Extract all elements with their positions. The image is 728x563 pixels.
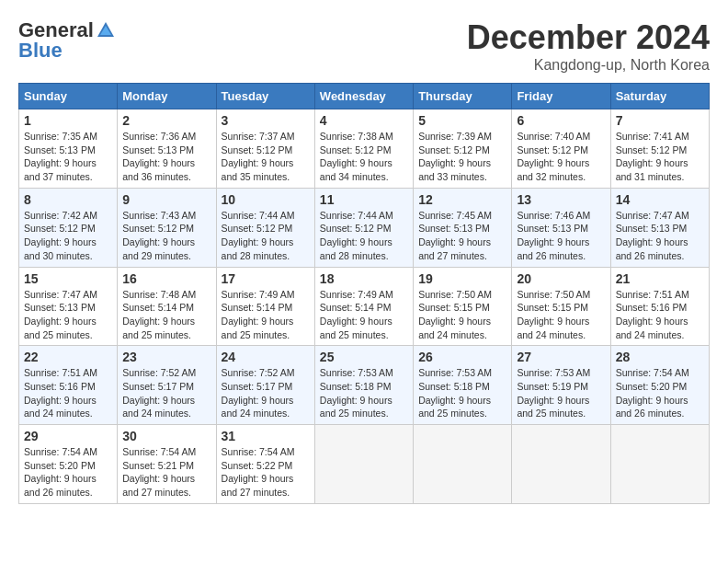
- sunset-label: Sunset: 5:12 PM: [122, 223, 194, 234]
- sunset-label: Sunset: 5:14 PM: [122, 302, 194, 313]
- table-row: [414, 425, 512, 504]
- day-info: Sunrise: 7:50 AM Sunset: 5:15 PM Dayligh…: [517, 288, 605, 342]
- day-number: 1: [24, 113, 112, 128]
- sunset-label: Sunset: 5:13 PM: [517, 223, 588, 234]
- day-number: 7: [616, 113, 704, 128]
- sunrise-label: Sunrise: 7:47 AM: [616, 210, 689, 221]
- day-info: Sunrise: 7:38 AM Sunset: 5:12 PM Dayligh…: [320, 130, 408, 184]
- sunset-label: Sunset: 5:14 PM: [222, 302, 293, 313]
- col-tuesday: Tuesday: [216, 84, 314, 109]
- sunrise-label: Sunrise: 7:54 AM: [222, 446, 295, 457]
- table-row: 13 Sunrise: 7:46 AM Sunset: 5:13 PM Dayl…: [512, 188, 610, 267]
- table-row: 20 Sunrise: 7:50 AM Sunset: 5:15 PM Dayl…: [512, 267, 610, 346]
- day-number: 6: [517, 113, 605, 128]
- sunset-label: Sunset: 5:14 PM: [320, 302, 392, 313]
- day-number: 19: [418, 271, 506, 286]
- daylight-label: Daylight: 9 hoursand 26 minutes.: [616, 395, 688, 419]
- sunrise-label: Sunrise: 7:52 AM: [122, 367, 196, 378]
- sunset-label: Sunset: 5:13 PM: [616, 223, 688, 234]
- daylight-label: Daylight: 9 hoursand 30 minutes.: [24, 236, 97, 261]
- table-row: 23 Sunrise: 7:52 AM Sunset: 5:17 PM Dayl…: [118, 346, 216, 425]
- sunrise-label: Sunrise: 7:48 AM: [122, 289, 196, 300]
- day-number: 14: [616, 192, 704, 207]
- daylight-label: Daylight: 9 hoursand 25 minutes.: [122, 316, 195, 340]
- col-sunday: Sunday: [19, 84, 118, 109]
- daylight-label: Daylight: 9 hoursand 25 minutes.: [517, 395, 589, 419]
- col-wednesday: Wednesday: [314, 84, 413, 109]
- sunrise-label: Sunrise: 7:49 AM: [320, 289, 393, 300]
- table-row: 21 Sunrise: 7:51 AM Sunset: 5:16 PM Dayl…: [610, 267, 709, 346]
- sunrise-label: Sunrise: 7:46 AM: [517, 210, 590, 221]
- table-row: 22 Sunrise: 7:51 AM Sunset: 5:16 PM Dayl…: [19, 346, 118, 425]
- day-number: 30: [122, 429, 210, 443]
- day-number: 28: [616, 350, 704, 364]
- daylight-label: Daylight: 9 hoursand 34 minutes.: [320, 157, 392, 182]
- day-number: 10: [222, 192, 310, 207]
- day-info: Sunrise: 7:37 AM Sunset: 5:12 PM Dayligh…: [222, 130, 310, 184]
- table-row: 25 Sunrise: 7:53 AM Sunset: 5:18 PM Dayl…: [314, 346, 413, 425]
- sunset-label: Sunset: 5:15 PM: [517, 302, 588, 313]
- calendar-week-row: 22 Sunrise: 7:51 AM Sunset: 5:16 PM Dayl…: [19, 346, 710, 425]
- table-row: 10 Sunrise: 7:44 AM Sunset: 5:12 PM Dayl…: [216, 188, 314, 267]
- day-number: 2: [122, 113, 210, 128]
- day-info: Sunrise: 7:36 AM Sunset: 5:13 PM Dayligh…: [122, 130, 210, 184]
- sunset-label: Sunset: 5:16 PM: [616, 302, 688, 313]
- sunrise-label: Sunrise: 7:38 AM: [320, 131, 393, 142]
- table-row: 14 Sunrise: 7:47 AM Sunset: 5:13 PM Dayl…: [610, 188, 709, 267]
- day-info: Sunrise: 7:43 AM Sunset: 5:12 PM Dayligh…: [122, 209, 210, 263]
- sunset-label: Sunset: 5:12 PM: [517, 144, 588, 155]
- col-saturday: Saturday: [610, 84, 709, 109]
- table-row: 5 Sunrise: 7:39 AM Sunset: 5:12 PM Dayli…: [414, 109, 512, 189]
- day-number: 12: [418, 192, 506, 207]
- sunrise-label: Sunrise: 7:42 AM: [24, 210, 97, 221]
- day-info: Sunrise: 7:39 AM Sunset: 5:12 PM Dayligh…: [418, 130, 506, 184]
- sunrise-label: Sunrise: 7:53 AM: [517, 367, 590, 378]
- daylight-label: Daylight: 9 hoursand 25 minutes.: [418, 395, 491, 419]
- table-row: [610, 425, 709, 504]
- logo-blue: Blue: [18, 39, 63, 63]
- day-info: Sunrise: 7:47 AM Sunset: 5:13 PM Dayligh…: [24, 288, 112, 342]
- table-row: 19 Sunrise: 7:50 AM Sunset: 5:15 PM Dayl…: [414, 267, 512, 346]
- sunset-label: Sunset: 5:12 PM: [222, 223, 293, 234]
- day-number: 24: [222, 350, 310, 364]
- daylight-label: Daylight: 9 hoursand 27 minutes.: [418, 236, 491, 261]
- col-friday: Friday: [512, 84, 610, 109]
- day-info: Sunrise: 7:49 AM Sunset: 5:14 PM Dayligh…: [222, 288, 310, 342]
- table-row: [314, 425, 413, 504]
- sunrise-label: Sunrise: 7:54 AM: [122, 446, 196, 457]
- sunset-label: Sunset: 5:22 PM: [222, 460, 293, 471]
- table-row: 12 Sunrise: 7:45 AM Sunset: 5:13 PM Dayl…: [414, 188, 512, 267]
- day-number: 4: [320, 113, 408, 128]
- sunrise-label: Sunrise: 7:40 AM: [517, 131, 590, 142]
- sunset-label: Sunset: 5:12 PM: [418, 144, 490, 155]
- daylight-label: Daylight: 9 hoursand 29 minutes.: [122, 236, 195, 261]
- day-number: 18: [320, 271, 408, 286]
- daylight-label: Daylight: 9 hoursand 24 minutes.: [122, 395, 195, 419]
- day-number: 16: [122, 271, 210, 286]
- calendar-week-row: 1 Sunrise: 7:35 AM Sunset: 5:13 PM Dayli…: [19, 109, 710, 189]
- sunrise-label: Sunrise: 7:44 AM: [320, 210, 393, 221]
- table-row: 4 Sunrise: 7:38 AM Sunset: 5:12 PM Dayli…: [314, 109, 413, 189]
- day-number: 26: [418, 350, 506, 364]
- day-info: Sunrise: 7:51 AM Sunset: 5:16 PM Dayligh…: [24, 366, 112, 420]
- calendar-week-row: 15 Sunrise: 7:47 AM Sunset: 5:13 PM Dayl…: [19, 267, 710, 346]
- page-header: General Blue December 2024 Kangdong-up, …: [18, 18, 710, 74]
- day-number: 29: [24, 429, 112, 443]
- daylight-label: Daylight: 9 hoursand 27 minutes.: [122, 473, 195, 498]
- sunrise-label: Sunrise: 7:41 AM: [616, 131, 689, 142]
- sunset-label: Sunset: 5:18 PM: [320, 381, 392, 392]
- sunset-label: Sunset: 5:13 PM: [418, 223, 490, 234]
- daylight-label: Daylight: 9 hoursand 25 minutes.: [222, 316, 294, 340]
- day-number: 17: [222, 271, 310, 286]
- day-info: Sunrise: 7:48 AM Sunset: 5:14 PM Dayligh…: [122, 288, 210, 342]
- sunset-label: Sunset: 5:12 PM: [24, 223, 96, 234]
- day-info: Sunrise: 7:53 AM Sunset: 5:19 PM Dayligh…: [517, 366, 605, 420]
- table-row: 6 Sunrise: 7:40 AM Sunset: 5:12 PM Dayli…: [512, 109, 610, 189]
- sunrise-label: Sunrise: 7:35 AM: [24, 131, 97, 142]
- daylight-label: Daylight: 9 hoursand 32 minutes.: [517, 157, 589, 182]
- table-row: 29 Sunrise: 7:54 AM Sunset: 5:20 PM Dayl…: [19, 425, 118, 504]
- sunrise-label: Sunrise: 7:53 AM: [418, 367, 492, 378]
- table-row: 11 Sunrise: 7:44 AM Sunset: 5:12 PM Dayl…: [314, 188, 413, 267]
- day-info: Sunrise: 7:51 AM Sunset: 5:16 PM Dayligh…: [616, 288, 704, 342]
- calendar-table: Sunday Monday Tuesday Wednesday Thursday…: [18, 83, 710, 504]
